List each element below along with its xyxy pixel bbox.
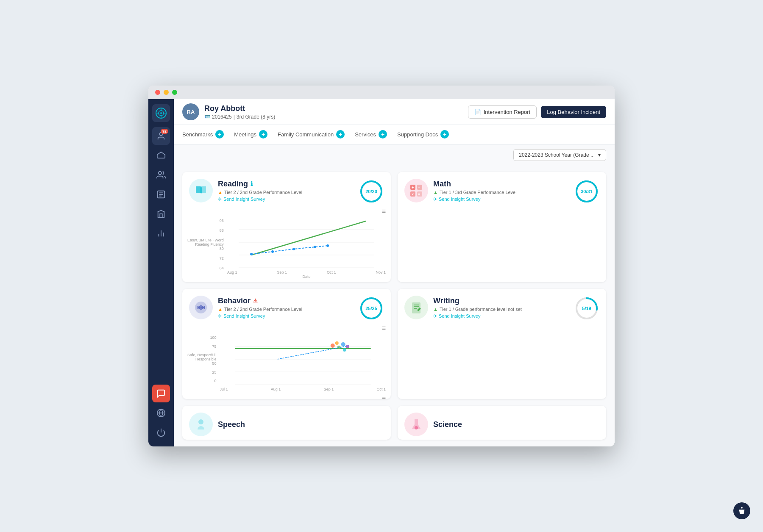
writing-card-header: Writing ▲ Tier 1 / Grade performance lev…: [398, 289, 606, 324]
tab-benchmarks-label: Benchmarks: [182, 131, 213, 138]
student-meta: 🪪 2016425 | 3rd Grade (8 yrs): [204, 114, 275, 120]
math-tier-icon: ▲: [433, 190, 438, 195]
accessibility-button[interactable]: [733, 502, 750, 519]
toolbar: 2022-2023 School Year (Grade ... ▾: [174, 145, 615, 165]
behavior-chart-svg: [220, 334, 386, 385]
writing-tier-label: Tier 1 / Grade performance level not set: [440, 307, 522, 312]
intervention-report-button[interactable]: 📄 Intervention Report: [468, 105, 537, 119]
svg-point-2: [160, 112, 162, 114]
add-benchmark-button[interactable]: +: [215, 130, 224, 139]
reading-send-survey[interactable]: ✈ Send Insight Survey: [218, 197, 302, 202]
speech-card-icon-area: Speech: [189, 413, 384, 436]
behavior-y-100: 100: [187, 335, 217, 340]
tab-supporting-docs[interactable]: Supporting Docs +: [397, 125, 449, 144]
math-card: + − × = Math ▲ Tier 1 / 3rd Gr: [398, 172, 606, 282]
sidebar-item-building[interactable]: [152, 205, 170, 223]
sidebar-item-students[interactable]: 92: [152, 127, 170, 145]
avatar: RA: [182, 103, 199, 120]
behavior-chart-menu[interactable]: ≡: [382, 324, 386, 332]
sidebar-item-power[interactable]: [152, 424, 170, 441]
student-grade: 3rd Grade (8 yrs): [237, 114, 275, 120]
math-card-icon-area: + − × = Math ▲ Tier 1 / 3rd Gr: [404, 179, 574, 202]
science-card-icon-area: Science: [404, 413, 599, 436]
sidebar-item-globe[interactable]: [152, 404, 170, 422]
science-title-area: Science: [433, 420, 462, 429]
math-progress-text: 30/31: [581, 189, 593, 194]
writing-send-survey[interactable]: ✈ Send Insight Survey: [433, 313, 522, 319]
subjects-grid: Reading ℹ ▲ Tier 2 / 2nd Grade Performan…: [174, 165, 615, 446]
reading-axis-label: EasyCBM Lite · WordReading Fluency80: [187, 238, 224, 251]
sidebar-item-groups[interactable]: [152, 166, 170, 184]
students-badge: 92: [161, 129, 168, 134]
behavior-interventions: ≡ Check-In, Check-Out (CICO)448/1000 min…: [187, 395, 386, 399]
reading-x-oct: Oct 1: [327, 270, 336, 274]
writing-progress-text: 5/19: [582, 306, 591, 311]
behavior-y-75: 75: [187, 344, 217, 349]
sidebar-item-reports[interactable]: [152, 186, 170, 203]
behavior-x-sep: Sep 1: [324, 387, 334, 391]
math-survey-icon: ✈: [433, 197, 437, 202]
behavior-y-0: 0: [187, 379, 217, 383]
reading-chart-area: ≡ 96 88 EasyCBM Lite · WordReading Fluen…: [182, 208, 391, 282]
svg-point-28: [271, 250, 274, 253]
reading-x-aug: Aug 1: [227, 270, 237, 274]
sidebar-item-analytics[interactable]: [152, 224, 170, 242]
speech-card: Speech: [182, 406, 391, 440]
maximize-dot[interactable]: [172, 90, 177, 95]
reading-y-label-72: 72: [187, 256, 224, 260]
behavior-alert-icon: ⚠: [253, 298, 258, 304]
app-logo[interactable]: [152, 104, 170, 122]
close-dot[interactable]: [155, 90, 160, 95]
behavior-send-survey[interactable]: ✈ Send Insight Survey: [218, 313, 302, 319]
minimize-dot[interactable]: [164, 90, 169, 95]
tab-benchmarks[interactable]: Benchmarks +: [182, 125, 224, 144]
sidebar-item-dashboard[interactable]: [152, 147, 170, 164]
svg-text:−: −: [418, 186, 420, 190]
log-behavior-button[interactable]: Log Behavior Incident: [541, 106, 606, 118]
behavior-chart-area: ≡ 100 75 Safe, Respectful,Responsible50 …: [182, 324, 391, 399]
svg-point-31: [326, 244, 329, 247]
speech-icon: [189, 413, 213, 436]
reading-tier-icon: ▲: [218, 190, 223, 195]
school-year-dropdown[interactable]: 2022-2023 School Year (Grade ... ▾: [513, 149, 606, 161]
add-services-button[interactable]: +: [379, 130, 387, 139]
add-supporting-docs-button[interactable]: +: [440, 130, 449, 139]
reading-chart-menu[interactable]: ≡: [382, 208, 386, 215]
sidebar-item-chat[interactable]: [152, 385, 170, 402]
behavior-survey-label: Send Insight Survey: [223, 313, 265, 319]
writing-title-area: Writing ▲ Tier 1 / Grade performance lev…: [433, 296, 522, 319]
writing-survey-label: Send Insight Survey: [439, 313, 480, 319]
separator: |: [234, 114, 235, 120]
tab-supporting-docs-label: Supporting Docs: [397, 131, 438, 138]
math-tier: ▲ Tier 1 / 3rd Grade Performance Level: [433, 190, 517, 195]
reading-chart-svg: [227, 217, 386, 268]
page-header: RA Roy Abbott 🪪 2016425 | 3rd Grade (8 y…: [174, 99, 615, 125]
science-card-header: Science: [398, 406, 606, 440]
writing-title: Writing: [433, 296, 522, 305]
math-card-header: + − × = Math ▲ Tier 1 / 3rd Gr: [398, 172, 606, 208]
tab-family-communication[interactable]: Family Communication +: [278, 125, 345, 144]
tab-meetings[interactable]: Meetings +: [234, 125, 267, 144]
add-meeting-button[interactable]: +: [259, 130, 267, 139]
svg-point-8: [159, 172, 162, 175]
tab-meetings-label: Meetings: [234, 131, 256, 138]
math-send-survey[interactable]: ✈ Send Insight Survey: [433, 197, 517, 202]
writing-progress-circle: 5/19: [574, 296, 599, 321]
science-card: Science: [398, 406, 606, 440]
behavior-progress-circle: 25/25: [359, 296, 384, 321]
tab-services[interactable]: Services +: [355, 125, 387, 144]
science-title: Science: [433, 420, 462, 429]
add-family-comm-button[interactable]: +: [336, 130, 345, 139]
math-survey-label: Send Insight Survey: [439, 197, 480, 202]
chevron-down-icon: ▾: [598, 152, 601, 158]
svg-text:×: ×: [412, 192, 414, 197]
reading-x-sep: Sep 1: [277, 270, 287, 274]
behavior-survey-icon: ✈: [218, 313, 222, 319]
behavior-progress-text: 25/25: [365, 306, 377, 311]
intervention-report-label: Intervention Report: [484, 109, 531, 115]
behavior-x-aug: Aug 1: [271, 387, 281, 391]
student-id: 2016425: [212, 114, 232, 120]
svg-point-30: [314, 246, 316, 248]
behavior-int-menu[interactable]: ≡: [382, 395, 386, 399]
reading-card: Reading ℹ ▲ Tier 2 / 2nd Grade Performan…: [182, 172, 391, 282]
